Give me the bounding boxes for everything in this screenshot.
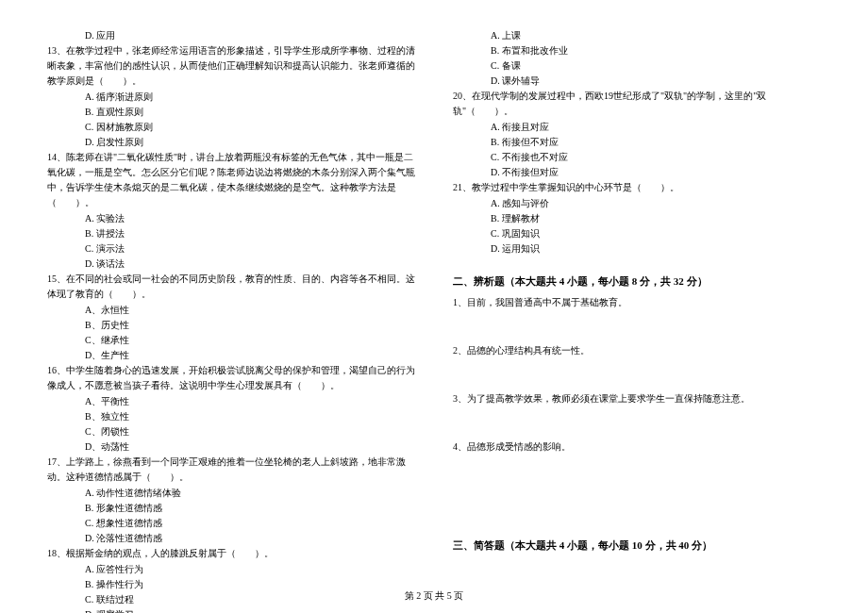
q18-option-d: D. 观察学习: [47, 607, 415, 613]
q13-stem: 13、在教学过程中，张老师经常运用语言的形象描述，引导学生形成所学事物、过程的清…: [47, 43, 415, 89]
answer-space: [453, 455, 821, 488]
q15-option-d: D、生产性: [47, 348, 415, 363]
q15-option-a: A、永恒性: [47, 303, 415, 318]
answer-space: [453, 310, 821, 343]
q14-option-a: A. 实验法: [47, 211, 415, 226]
answer-space: [453, 358, 821, 391]
q14-option-d: D. 谈话法: [47, 257, 415, 272]
q17-option-a: A. 动作性道德情绪体验: [47, 486, 415, 501]
q20-option-b: B. 衔接但不对应: [453, 135, 821, 150]
q15-option-c: C、继承性: [47, 333, 415, 348]
q20-option-a: A. 衔接且对应: [453, 120, 821, 135]
q21-option-a: A. 感知与评价: [453, 196, 821, 211]
q13-option-a: A. 循序渐进原则: [47, 90, 415, 105]
q16-option-a: A、平衡性: [47, 394, 415, 409]
q16-stem: 16、中学生随着身心的迅速发展，开始积极尝试脱离父母的保护和管理，渴望自己的行为…: [47, 363, 415, 393]
answer-space: [453, 406, 821, 439]
q14-option-b: B. 讲授法: [47, 226, 415, 241]
q17-stem: 17、上学路上，徐燕看到一个同学正艰难的推着一位坐轮椅的老人上斜坡路，地非常激动…: [47, 455, 415, 485]
q19-option-c: C. 备课: [453, 58, 821, 74]
q14-option-c: C. 演示法: [47, 241, 415, 257]
q16-option-d: D、动荡性: [47, 439, 415, 455]
sec2-q1: 1、目前，我国普通高中不属于基础教育。: [453, 295, 821, 310]
q19-option-b: B. 布置和批改作业: [453, 43, 821, 58]
q13-option-c: C. 因材施教原则: [47, 120, 415, 135]
q20-option-d: D. 不衔接但对应: [453, 165, 821, 180]
left-column: D. 应用 13、在教学过程中，张老师经常运用语言的形象描述，引导学生形成所学事…: [47, 28, 415, 613]
q15-option-b: B、历史性: [47, 318, 415, 333]
q18-stem: 18、根据斯金纳的观点，人的膝跳反射属于（ ）。: [47, 546, 415, 561]
q18-option-a: A. 应答性行为: [47, 562, 415, 577]
q17-option-d: D. 沦落性道德情感: [47, 531, 415, 546]
q13-option-d: D. 启发性原则: [47, 135, 415, 150]
section-3-title: 三、简答题（本大题共 4 小题，每小题 10 分，共 40 分）: [453, 538, 821, 555]
q15-stem: 15、在不同的社会或同一社会的不同历史阶段，教育的性质、目的、内容等各不相同。这…: [47, 272, 415, 302]
q20-stem: 20、在现代学制的发展过程中，西欧19世纪形成了"双轨"的学制，这里的"双轨"（…: [453, 89, 821, 119]
q19-option-d: D. 课外辅导: [453, 74, 821, 89]
q19-option-a: A. 上课: [453, 28, 821, 43]
q21-option-d: D. 运用知识: [453, 241, 821, 257]
q20-option-c: C. 不衔接也不对应: [453, 150, 821, 165]
q16-option-b: B、独立性: [47, 409, 415, 424]
section-2-title: 二、辨析题（本大题共 4 小题，每小题 8 分，共 32 分）: [453, 273, 821, 290]
q16-option-c: C、闭锁性: [47, 424, 415, 439]
q13-option-b: B. 直观性原则: [47, 105, 415, 120]
q21-option-c: C. 巩固知识: [453, 226, 821, 241]
q14-stem: 14、陈老师在讲"二氧化碳性质"时，讲台上放着两瓶没有标签的无色气体，其中一瓶是…: [47, 150, 415, 210]
q21-option-b: B. 理解教材: [453, 211, 821, 226]
answer-space: [453, 488, 821, 521]
q17-option-c: C. 想象性道德情感: [47, 516, 415, 531]
q21-stem: 21、教学过程中学生掌握知识的中心环节是（ ）。: [453, 180, 821, 195]
q12-option-d: D. 应用: [47, 28, 415, 43]
q17-option-b: B. 形象性道德情感: [47, 501, 415, 516]
sec2-q4: 4、品德形成受情感的影响。: [453, 439, 821, 455]
sec2-q3: 3、为了提高教学效果，教师必须在课堂上要求学生一直保持随意注意。: [453, 391, 821, 406]
right-column: A. 上课 B. 布置和批改作业 C. 备课 D. 课外辅导 20、在现代学制的…: [453, 28, 821, 613]
page-footer: 第 2 页 共 5 页: [0, 588, 868, 604]
sec2-q2: 2、品德的心理结构具有统一性。: [453, 343, 821, 358]
